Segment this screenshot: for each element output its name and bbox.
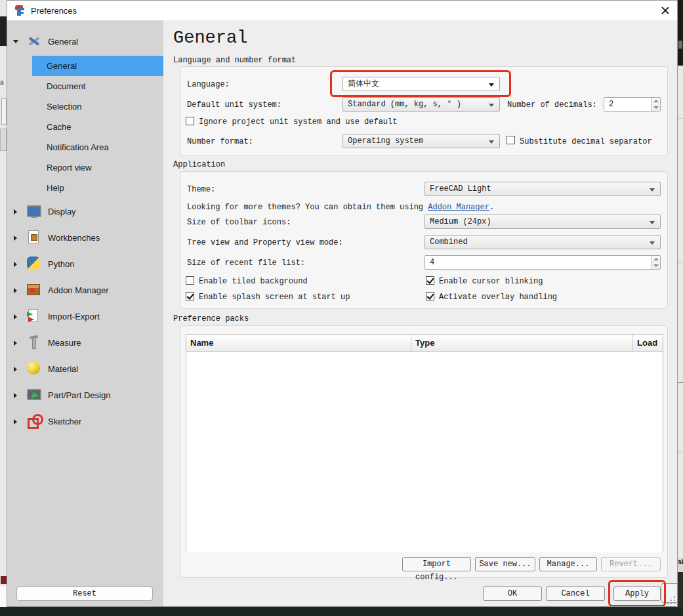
spin-down-icon[interactable] [653, 106, 659, 109]
workbench-document-icon [28, 230, 39, 243]
sidebar-group-display[interactable]: Display [7, 201, 163, 222]
chevron-down-icon [650, 241, 655, 245]
sidebar-item-notification-area[interactable]: Notification Area [32, 137, 163, 157]
background-dark-block [678, 572, 683, 607]
number-format-select[interactable]: Operating system [342, 134, 500, 148]
background-text-fragment: si [678, 558, 683, 572]
background-dark-block [0, 16, 7, 46]
cancel-button[interactable]: Cancel [546, 586, 605, 601]
cursor-blinking-checkbox[interactable] [426, 276, 434, 285]
collapse-arrow-icon[interactable] [14, 236, 17, 241]
expand-arrow-icon[interactable] [13, 40, 18, 43]
background-window-left-edge: a [0, 0, 7, 616]
spin-up-icon[interactable] [653, 100, 659, 102]
dialog-title: Preferences [31, 6, 77, 16]
theme-select[interactable]: FreeCAD Light [424, 182, 661, 196]
collapse-arrow-icon[interactable] [14, 340, 17, 346]
sidebar-group-material[interactable]: Material [7, 359, 163, 380]
column-header-type[interactable]: Type [411, 335, 633, 351]
reset-button[interactable]: Reset [16, 586, 153, 601]
sidebar-item-selection[interactable]: Selection [32, 96, 163, 117]
close-icon [661, 6, 670, 15]
preference-packs-table[interactable]: Name Type Load [186, 334, 663, 552]
tiled-background-label: Enable tiled background [199, 277, 308, 286]
sidebar-group-workbenches[interactable]: Workbenches [7, 228, 163, 249]
resize-grip[interactable] [666, 595, 675, 604]
spin-up-icon[interactable] [653, 258, 659, 260]
decimals-spinner[interactable]: 2 [604, 97, 661, 112]
sidebar-group-part-design[interactable]: Part/Part Design [7, 385, 163, 406]
background-window-right-edge: si [678, 0, 683, 616]
material-sphere-icon [27, 361, 40, 375]
collapse-arrow-icon[interactable] [14, 393, 17, 398]
collapse-arrow-icon[interactable] [14, 419, 17, 424]
application-groupbox: Theme: FreeCAD Light Looking for more th… [180, 171, 668, 309]
language-select[interactable]: 简体中文 [342, 77, 500, 91]
background-widget-fragment [678, 41, 682, 49]
spin-down-icon[interactable] [653, 264, 659, 267]
preferences-main-panel: General Language and number format Langu… [163, 20, 678, 607]
background-panel-fragment [1, 98, 7, 125]
apply-button[interactable]: Apply [613, 586, 661, 601]
sidebar-item-cache[interactable]: Cache [32, 117, 163, 137]
sidebar-group-general[interactable]: General [7, 32, 163, 52]
background-text-fragment: a [0, 79, 4, 86]
splash-screen-label: Enable splash screen at start up [199, 293, 350, 302]
unit-system-select[interactable]: Standard (mm, kg, s, ° ) [342, 97, 500, 112]
manage-button[interactable]: Manage... [539, 557, 597, 571]
column-header-load[interactable]: Load [633, 335, 663, 351]
collapse-arrow-icon[interactable] [14, 209, 17, 215]
overlay-handling-label: Activate overlay handling [439, 293, 557, 302]
addon-manager-link[interactable]: Addon Manager [428, 203, 489, 212]
save-new-button[interactable]: Save new... [475, 557, 535, 571]
substitute-separator-checkbox[interactable] [507, 136, 515, 144]
freecad-logo-icon [15, 5, 26, 16]
unit-system-label: Default unit system: [187, 100, 281, 110]
tiled-background-checkbox[interactable] [186, 276, 194, 285]
sidebar-group-addon-manager[interactable]: Addon Manager [7, 280, 163, 301]
collapse-arrow-icon[interactable] [14, 314, 17, 319]
sidebar-item-report-view[interactable]: Report view [32, 157, 163, 178]
python-icon [27, 257, 40, 270]
collapse-arrow-icon[interactable] [14, 262, 17, 267]
column-header-name[interactable]: Name [186, 335, 411, 351]
language-label: Language: [187, 80, 230, 89]
sidebar-group-python[interactable]: Python [7, 254, 163, 275]
sidebar-group-sketcher[interactable]: Sketcher [7, 411, 163, 432]
treeview-mode-select[interactable]: Combined [424, 235, 661, 249]
collapse-arrow-icon[interactable] [14, 288, 17, 293]
part-design-icon [27, 389, 41, 400]
dialog-titlebar[interactable]: Preferences [7, 1, 677, 20]
overlay-handling-checkbox[interactable] [426, 292, 434, 300]
sidebar-item-help[interactable]: Help [32, 178, 163, 198]
sidebar-item-general[interactable]: General [32, 56, 163, 76]
sidebar-group-import-export[interactable]: Import-Export [7, 306, 163, 327]
page-title: General [173, 28, 247, 48]
close-button[interactable] [657, 3, 673, 18]
background-statusbar-strip [0, 607, 683, 616]
import-config-button[interactable]: Import config... [402, 557, 471, 571]
section-heading-application: Application [173, 160, 225, 169]
sidebar-item-document[interactable]: Document [32, 76, 163, 96]
addon-box-icon [27, 284, 40, 295]
number-format-label: Number format: [187, 137, 253, 146]
substitute-separator-label: Substitute decimal separator [520, 137, 652, 146]
cursor-blinking-label: Enable cursor blinking [439, 277, 543, 286]
collapse-arrow-icon[interactable] [14, 367, 17, 372]
splash-screen-checkbox[interactable] [186, 292, 194, 300]
section-heading-language: Language and number format [173, 56, 296, 65]
toolbar-size-select[interactable]: Medium (24px) [424, 215, 661, 229]
chevron-down-icon [489, 140, 494, 144]
table-body-empty [186, 352, 663, 552]
revert-button[interactable]: Revert... [601, 557, 661, 571]
ignore-unit-checkbox[interactable] [186, 117, 194, 125]
preferences-sidebar: General General Document Selection Cache… [7, 20, 163, 607]
toolbar-size-label: Size of toolbar icons: [187, 218, 291, 227]
section-heading-preference-packs: Preference packs [173, 314, 249, 323]
sidebar-group-measure[interactable]: Measure [7, 333, 163, 354]
recent-files-spinner[interactable]: 4 [424, 255, 661, 270]
chevron-down-icon [489, 83, 494, 87]
ok-button[interactable]: OK [483, 586, 542, 601]
sketcher-icon [27, 414, 41, 428]
general-tools-icon [27, 34, 41, 49]
